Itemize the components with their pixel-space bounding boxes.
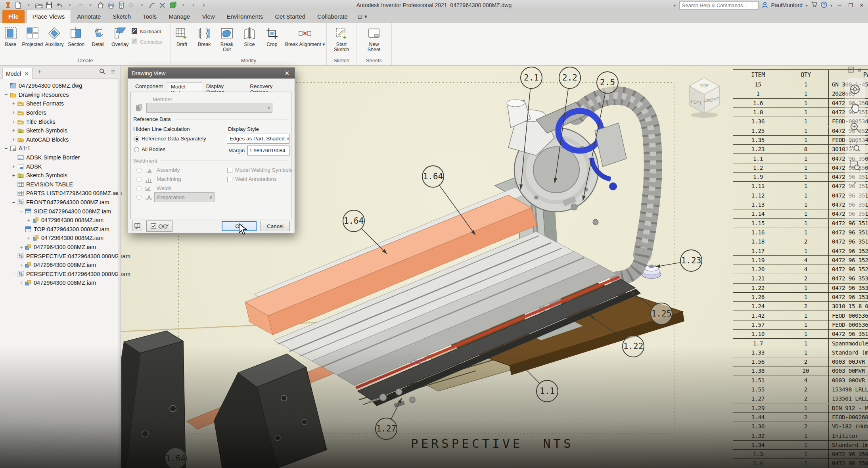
tree-item[interactable]: −PERSPECTIVE:0472964300 008MZ.iam: [0, 251, 121, 261]
tree-item[interactable]: ＋0472964300 008MZ.iam: [0, 216, 121, 225]
start-sketch-button[interactable]: +Start Sketch: [330, 25, 353, 52]
attach-icon[interactable]: [128, 1, 136, 9]
projected-button[interactable]: Projected: [22, 25, 43, 47]
ribbon-tab-annotate[interactable]: Annotate: [71, 10, 107, 23]
tree-expander-icon[interactable]: −: [11, 199, 17, 205]
dialog-tab-model-state[interactable]: Model State: [167, 82, 202, 92]
browser-menu-icon[interactable]: ≡: [111, 68, 115, 76]
section-button[interactable]: Section: [66, 25, 87, 47]
tree-expander-icon[interactable]: −: [3, 146, 9, 152]
dialog-tab-component[interactable]: Component: [131, 82, 167, 91]
overlay-button[interactable]: Overlay: [109, 25, 130, 47]
browser-tab-model[interactable]: Model ✕: [2, 68, 33, 79]
caret-icon[interactable]: ▾: [66, 1, 74, 9]
parts-list-row[interactable]: 1.272153501 LRLL-1/8-QS-6: [733, 394, 868, 403]
navbar-more-icon[interactable]: ▾: [854, 179, 856, 186]
user-menu-caret-icon[interactable]: ▾: [806, 3, 808, 8]
nailboard-button[interactable]: Nailboard: [131, 28, 171, 36]
display-style-select[interactable]: Edges as Part, Shaded∨: [227, 134, 289, 144]
parts-list-row[interactable]: 1.291DIN 912 - M8 x 20: [733, 404, 868, 413]
tree-expander-icon[interactable]: ＋: [26, 234, 32, 242]
print-icon[interactable]: [107, 1, 115, 9]
tree-item[interactable]: ADSK Simple Border: [0, 153, 121, 162]
tree-item[interactable]: REVISION TABLE: [0, 180, 121, 189]
dialog-tab-recovery-options[interactable]: Recovery Options: [246, 82, 295, 91]
browser-tab-close-icon[interactable]: ✕: [24, 71, 29, 77]
tree-expander-icon[interactable]: −: [3, 92, 9, 98]
tree-expander-icon[interactable]: ＋: [18, 261, 24, 269]
ribbon-tab-tools[interactable]: Tools: [137, 10, 163, 23]
parts-list-row[interactable]: 1.421FEOD-00053620: [733, 311, 868, 320]
navbar-dock-icon[interactable]: [848, 67, 854, 74]
parts-list-row[interactable]: 1.1610472 96 3518: [733, 228, 868, 237]
dialog-close-icon[interactable]: ✕: [283, 70, 291, 77]
parts-list-row[interactable]: 1.341Standard (mm): [733, 441, 868, 450]
ribbon-tab-sketch[interactable]: Sketch: [107, 10, 137, 23]
parts-list-row[interactable]: 1.2610472 96 3534 1: [733, 293, 868, 302]
tree-item[interactable]: −A1:1: [0, 144, 121, 153]
parts-list-row[interactable]: 1.2423010 15 8 0: [733, 302, 868, 311]
nav-zoomall-icon[interactable]: [849, 160, 860, 173]
viewcube[interactable]: TOP LEFT FRONT: [685, 75, 723, 119]
tree-expander-icon[interactable]: ＋: [11, 100, 17, 107]
tree-item[interactable]: ＋Title Blocks: [0, 117, 121, 126]
tree-expander-icon[interactable]: ＋: [11, 136, 17, 143]
tree-expander-icon[interactable]: ＋: [11, 127, 17, 134]
tree-item[interactable]: ＋0472964300 008MZ.iam: [0, 261, 121, 270]
browser-search-icon[interactable]: [99, 68, 105, 76]
tree-item[interactable]: −TOP:0472964300 008MZ.iam: [0, 225, 121, 234]
tree-item[interactable]: ＋Borders: [0, 108, 121, 117]
help-icon[interactable]: ?: [821, 2, 827, 9]
tree-item[interactable]: ＋Sketch Symbols: [0, 171, 121, 180]
nav-pan-icon[interactable]: [849, 103, 860, 115]
tree-expander-icon[interactable]: ＋: [11, 172, 17, 179]
reference-data-separately-radio[interactable]: [134, 136, 139, 142]
all-bodies-radio[interactable]: [134, 147, 139, 152]
parts-list-row[interactable]: 1.71Spannmodule EV: [733, 339, 868, 348]
detail-button[interactable]: ADetail: [88, 25, 109, 47]
minimize-button[interactable]: ─: [835, 2, 843, 8]
tree-expander-icon[interactable]: −: [18, 226, 24, 232]
tree-item[interactable]: ＋Sheet Formats: [0, 99, 121, 108]
tree-expander-icon[interactable]: ＋: [18, 244, 24, 251]
parts-list-row[interactable]: 1.571FEOD-00053694: [733, 320, 868, 330]
ribbon-tab-environments[interactable]: Environments: [221, 10, 269, 23]
dialog-titlebar[interactable]: Drawing View ✕: [128, 68, 295, 79]
tree-expander-icon[interactable]: −: [11, 271, 17, 277]
break-button[interactable]: Break: [194, 25, 215, 47]
navbar-close-icon[interactable]: ✕: [857, 67, 862, 74]
tree-item[interactable]: ＋0472964300 008MZ.iam: [0, 278, 121, 288]
parts-list-row[interactable]: 1.38200003 00MVR: [733, 366, 868, 376]
parts-list-row[interactable]: 1.552153498 LRLL-M5-QS-4: [733, 385, 868, 394]
help-search-input[interactable]: Search Help & Commands...: [679, 1, 759, 10]
browser-scrollbar[interactable]: [118, 79, 121, 468]
ribbon-tab-collaborate[interactable]: Collaborate: [311, 10, 354, 23]
tree-item[interactable]: 0472964300 008MZ.dwg: [0, 81, 121, 90]
parts-list-row[interactable]: 1.5620003 00JVR: [733, 357, 868, 366]
ribbon-tab-manage[interactable]: Manage: [163, 10, 196, 23]
parts-list-row[interactable]: 1.2120472 96 3530 0: [733, 274, 868, 283]
reference-data-separately-label[interactable]: Reference Data Separately: [142, 136, 206, 142]
redo-icon[interactable]: [76, 1, 84, 9]
tree-item[interactable]: ＋Sketch Symbols: [0, 126, 121, 135]
dialog-tab-display-options[interactable]: Display Options: [202, 82, 246, 91]
caret-icon[interactable]: ▾: [179, 1, 187, 9]
tree-item[interactable]: ＋0472964300 008MZ.iam: [0, 234, 121, 243]
parts-list-row[interactable]: 1.2210472 96 3532: [733, 284, 868, 293]
tree-expander-icon[interactable]: ＋: [11, 109, 17, 116]
tree-item[interactable]: ＋AAutoCAD Blocks: [0, 135, 121, 144]
ribbon-tab-place-views[interactable]: Place Views: [26, 10, 71, 23]
parts-list-row[interactable]: 1.1940472 96 3522 0: [733, 256, 868, 265]
new-doc-icon[interactable]: [14, 1, 22, 9]
green-cube-icon[interactable]: [169, 1, 177, 9]
parts-list-row[interactable]: 1.410472 96 3504: [733, 459, 868, 468]
plus-icon[interactable]: ＋: [190, 1, 197, 9]
ribbon-tab-view[interactable]: View: [196, 10, 220, 23]
tree-expander-icon[interactable]: −: [18, 208, 24, 214]
help-menu-caret-icon[interactable]: ▾: [830, 3, 832, 8]
tree-item[interactable]: PARTS LIST:0472964300 008MZ.iam: [0, 189, 121, 198]
browser-add-tab-button[interactable]: ＋: [33, 68, 47, 76]
nav-wheel-icon[interactable]: [849, 84, 860, 96]
home-icon[interactable]: [97, 1, 105, 9]
tree-expander-icon[interactable]: ＋: [11, 163, 17, 170]
